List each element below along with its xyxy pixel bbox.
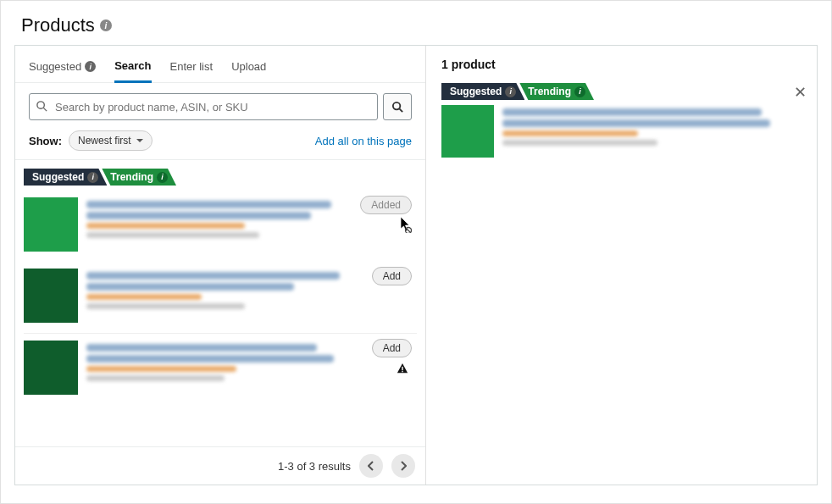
added-button: Added [360,196,412,214]
svg-rect-4 [402,367,402,370]
next-page-button[interactable] [391,454,415,478]
results-summary: 1-3 of 3 results [278,460,351,473]
tab-label: Search [114,59,151,72]
selection-pane: 1 product ✕ Suggested i Trending i [426,46,817,485]
product-text [502,105,801,158]
trending-badge: Trending i [102,169,176,186]
badge-label: Suggested [32,171,84,183]
badge-row: Suggested i Trending i [441,83,801,100]
product-thumbnail[interactable] [24,197,78,252]
suggested-badge: Suggested i [441,83,524,100]
info-icon: i [505,86,516,97]
cursor-icon [400,216,412,233]
button-label: Add [383,270,401,282]
info-icon: i [85,61,96,72]
tab-upload[interactable]: Upload [231,55,266,81]
button-label: Added [371,199,401,211]
chevron-left-icon [368,461,374,471]
remove-button[interactable]: ✕ [794,83,807,102]
add-button[interactable]: Add [372,267,412,285]
info-icon[interactable]: i [100,19,112,31]
selected-product [441,105,801,158]
button-label: Add [383,342,401,354]
results-footer: 1-3 of 3 results [15,446,425,485]
product-card: Add [24,334,417,405]
info-icon: i [157,172,168,183]
info-icon: i [87,172,98,183]
content-frame: Suggested i Search Enter list Upload [14,45,818,485]
tab-suggested[interactable]: Suggested i [29,55,96,81]
tab-search[interactable]: Search [114,54,151,83]
badge-row: Suggested i Trending i [24,169,417,186]
product-text [86,341,417,395]
warning-icon[interactable] [397,363,408,374]
prev-page-button[interactable] [359,454,383,478]
search-input[interactable] [29,93,378,120]
svg-line-3 [399,108,402,112]
sort-value: Newest first [78,135,131,147]
badge-label: Suggested [450,86,502,97]
search-pane: Suggested i Search Enter list Upload [15,46,426,485]
product-card: Added [24,191,417,262]
svg-point-2 [392,102,399,108]
chevron-right-icon [400,461,407,471]
svg-point-0 [37,102,44,108]
sort-select[interactable]: Newest first [69,130,153,151]
add-button[interactable]: Add [372,339,412,357]
show-label: Show: [29,135,62,147]
svg-line-1 [43,108,47,111]
results-list: Suggested i Trending i [15,160,425,446]
search-button[interactable] [383,93,412,120]
tab-label: Suggested [29,60,81,73]
add-all-link[interactable]: Add all on this page [315,135,412,147]
product-card: Add [24,262,417,334]
badge-label: Trending [528,86,571,97]
product-thumbnail[interactable] [24,269,78,323]
tab-label: Upload [231,60,266,73]
chevron-down-icon [136,135,143,147]
search-icon [391,101,404,114]
badge-label: Trending [110,171,153,183]
svg-rect-5 [402,371,402,372]
product-thumbnail[interactable] [441,105,494,158]
tab-label: Enter list [170,60,214,73]
product-text [86,269,417,323]
info-icon: i [574,86,585,97]
search-icon [36,100,48,113]
page-title: Products [21,14,95,36]
suggested-badge: Suggested i [24,169,107,186]
tab-bar: Suggested i Search Enter list Upload [15,46,425,83]
trending-badge: Trending i [519,83,594,100]
selection-count: 1 product [441,58,801,71]
tab-enter-list[interactable]: Enter list [170,55,214,81]
product-thumbnail[interactable] [24,341,78,395]
